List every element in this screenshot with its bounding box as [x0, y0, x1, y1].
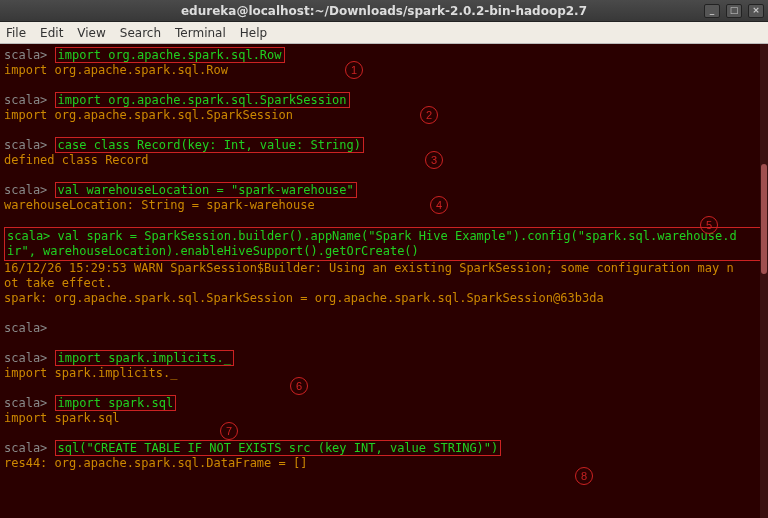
cmd-8: sql("CREATE TABLE IF NOT EXISTS src (key… [55, 440, 502, 456]
term-line: scala> val warehouseLocation = "spark-wa… [4, 183, 764, 198]
prompt: scala> [4, 351, 55, 365]
cmd-5a: scala> val spark = SparkSession.builder(… [7, 229, 761, 244]
annotation-badge-8: 8 [575, 467, 593, 485]
term-line: scala> import org.apache.spark.sql.Row [4, 48, 764, 63]
prompt: scala> [4, 138, 55, 152]
maximize-button[interactable]: □ [726, 4, 742, 18]
menu-search[interactable]: Search [120, 26, 161, 40]
annotation-badge-4: 4 [430, 196, 448, 214]
resp-5b: ot take effect. [4, 276, 764, 291]
cmd-4: val warehouseLocation = "spark-warehouse… [55, 182, 357, 198]
close-button[interactable]: × [748, 4, 764, 18]
menu-terminal[interactable]: Terminal [175, 26, 226, 40]
annotation-badge-5: 5 [700, 216, 718, 234]
resp-4: warehouseLocation: String = spark-wareho… [4, 198, 764, 213]
annotation-badge-6: 6 [290, 377, 308, 395]
resp-7: import spark.sql [4, 411, 764, 426]
window-title: edureka@localhost:~/Downloads/spark-2.0.… [181, 4, 587, 18]
window-controls: _ □ × [704, 4, 764, 18]
resp-5a: 16/12/26 15:29:53 WARN SparkSession$Buil… [4, 261, 764, 276]
cmd-6: import spark.implicits._ [55, 350, 234, 366]
resp-3: defined class Record [4, 153, 764, 168]
term-line: scala> sql("CREATE TABLE IF NOT EXISTS s… [4, 441, 764, 456]
resp-5c: spark: org.apache.spark.sql.SparkSession… [4, 291, 764, 306]
menu-edit[interactable]: Edit [40, 26, 63, 40]
terminal-output[interactable]: scala> import org.apache.spark.sql.Row i… [0, 44, 768, 518]
prompt: scala> [4, 321, 55, 335]
resp-1: import org.apache.spark.sql.Row [4, 63, 764, 78]
prompt: scala> [4, 183, 55, 197]
term-line: scala> import spark.implicits._ [4, 351, 764, 366]
term-line: scala> import org.apache.spark.sql.Spark… [4, 93, 764, 108]
resp-6: import spark.implicits._ [4, 366, 764, 381]
prompt: scala> [4, 93, 55, 107]
term-line: scala> case class Record(key: Int, value… [4, 138, 764, 153]
resp-8: res44: org.apache.spark.sql.DataFrame = … [4, 456, 764, 471]
prompt: scala> [4, 48, 55, 62]
prompt: scala> [4, 441, 55, 455]
minimize-button[interactable]: _ [704, 4, 720, 18]
annotation-badge-7: 7 [220, 422, 238, 440]
term-line: scala> import spark.sql [4, 396, 764, 411]
annotation-badge-3: 3 [425, 151, 443, 169]
menu-view[interactable]: View [77, 26, 105, 40]
cmd-7: import spark.sql [55, 395, 177, 411]
cmd-1: import org.apache.spark.sql.Row [55, 47, 285, 63]
resp-2: import org.apache.spark.sql.SparkSession [4, 108, 764, 123]
scrollbar-thumb[interactable] [761, 164, 767, 274]
cmd-2: import org.apache.spark.sql.SparkSession [55, 92, 350, 108]
cmd-5b: ir", warehouseLocation).enableHiveSuppor… [7, 244, 761, 259]
scrollbar[interactable] [760, 44, 768, 518]
cmd-3: case class Record(key: Int, value: Strin… [55, 137, 364, 153]
term-line: scala> [4, 321, 764, 336]
annotation-badge-2: 2 [420, 106, 438, 124]
menu-file[interactable]: File [6, 26, 26, 40]
menu-help[interactable]: Help [240, 26, 267, 40]
menubar: File Edit View Search Terminal Help [0, 22, 768, 44]
cmd-5-block: scala> val spark = SparkSession.builder(… [4, 227, 764, 261]
prompt: scala> [4, 396, 55, 410]
titlebar: edureka@localhost:~/Downloads/spark-2.0.… [0, 0, 768, 22]
annotation-badge-1: 1 [345, 61, 363, 79]
